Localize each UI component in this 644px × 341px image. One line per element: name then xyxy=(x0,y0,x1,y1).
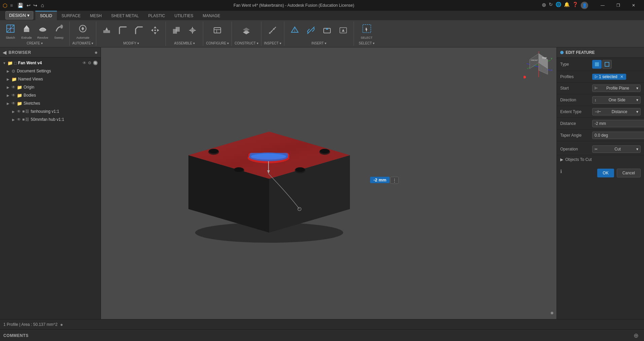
browser-item-fanhousing[interactable]: ▶ 👁 ■ ⛓ fanhousing v1:1 xyxy=(0,107,101,115)
tab-surface[interactable]: SURFACE xyxy=(57,11,85,20)
tab-manage[interactable]: MANAGE xyxy=(198,11,225,20)
browser-back-btn[interactable]: ◀ xyxy=(3,50,7,55)
user-avatar[interactable]: 👤 xyxy=(581,2,588,9)
browser-header: ◀ BROWSER ● xyxy=(0,47,101,58)
browser-item-sketches[interactable]: ▶ 👁 📁 Sketches xyxy=(0,99,101,107)
move-btn[interactable] xyxy=(147,23,163,40)
sketches-vis-icon[interactable]: 👁 xyxy=(11,101,15,106)
ef-distance-input[interactable] xyxy=(592,120,644,127)
insert-decal-btn[interactable] xyxy=(319,23,335,40)
chamfer-btn[interactable] xyxy=(131,23,147,40)
ef-operation-select[interactable]: ✂ Cut ▾ xyxy=(592,145,641,153)
ef-extent-type-select[interactable]: ⊣⊢ Distance ▾ xyxy=(592,108,641,115)
home-btn-top[interactable]: ⌂ xyxy=(39,2,46,9)
extrude-btn[interactable]: Extrude xyxy=(19,23,34,40)
ef-ok-btn[interactable]: OK xyxy=(597,169,614,177)
ef-cancel-btn[interactable]: Cancel xyxy=(617,169,641,177)
create-sketch-btn[interactable]: Sketch xyxy=(3,23,18,40)
browser-item-bodies[interactable]: ▶ 👁 📁 Bodies xyxy=(0,91,101,99)
tab-plastic[interactable]: PLASTIC xyxy=(143,11,170,20)
browser-item-50mmfan[interactable]: ▶ 👁 ■ ⛓ 50mmfan hub v1:1 xyxy=(0,115,101,124)
offset-plane-btn[interactable] xyxy=(239,23,254,40)
svg-text:FRONT: FRONT xyxy=(531,59,538,61)
browser-item-origin[interactable]: ▶ 👁 📁 Origin xyxy=(0,83,101,91)
profiles-chip-remove[interactable]: ✕ xyxy=(620,74,623,79)
root-expand-icon[interactable]: 🔘 xyxy=(93,61,98,65)
tab-sheet-metal[interactable]: SHEET METAL xyxy=(106,11,143,20)
tab-mesh[interactable]: MESH xyxy=(85,11,107,20)
doc-settings-label: Document Settings xyxy=(17,69,51,73)
comments-label: COMMENTS xyxy=(3,333,29,338)
50mmfan-vis-icon[interactable]: 👁 xyxy=(17,117,21,122)
minimize-btn[interactable]: — xyxy=(595,0,610,11)
sweep-btn[interactable]: Sweep xyxy=(51,23,67,40)
new-tab-icon[interactable]: ⊕ xyxy=(542,2,546,9)
viewcube[interactable]: TOP FRONT Z Y X xyxy=(524,50,554,80)
close-btn[interactable]: ✕ xyxy=(626,0,641,11)
help-icon[interactable]: ❓ xyxy=(572,2,578,9)
joint-btn[interactable] xyxy=(185,23,200,40)
type-btn-solid[interactable] xyxy=(592,60,602,69)
ribbon-group-configure: CONFIGURE ▾ xyxy=(203,22,232,46)
automate-btn[interactable]: Automate xyxy=(75,23,91,40)
construct-label: CONSTRUCT ▾ xyxy=(235,41,258,45)
profiles-chip: ▷ 1 selected ✕ xyxy=(592,74,626,80)
ef-objects-to-cut-header[interactable]: ▶ Objects To Cut xyxy=(557,155,644,164)
revolve-btn[interactable]: Revolve xyxy=(35,23,50,40)
root-settings-icon[interactable]: ⚙ xyxy=(88,61,92,65)
undo-btn-top[interactable]: ↩ xyxy=(25,2,32,9)
insert-label: INSERT ▾ xyxy=(311,41,326,45)
browser-collapse-btn[interactable]: ● xyxy=(95,49,98,56)
statusbar-sphere-icon: ● xyxy=(60,322,63,327)
maximize-btn[interactable]: ❐ xyxy=(610,0,626,11)
insert-mesh-btn[interactable] xyxy=(287,23,302,40)
ef-info-icon[interactable]: ℹ xyxy=(560,169,562,177)
create-sketch-label: Sketch xyxy=(6,36,15,39)
root-vis-icon[interactable]: 👁 xyxy=(82,61,86,65)
ef-taper-label: Taper Angle xyxy=(560,133,592,138)
insert-map-icon xyxy=(338,26,348,37)
browser-item-named-views[interactable]: ▶ 📁 Named Views xyxy=(0,75,101,83)
distance-options-btn[interactable]: ⋮ xyxy=(390,177,399,184)
browser-item-doc-settings[interactable]: ▶ ⚙ Document Settings xyxy=(0,67,101,75)
fillet-btn[interactable] xyxy=(115,23,131,40)
start-dropdown-arrow: ▾ xyxy=(636,86,638,91)
tab-utilities[interactable]: UTILITIES xyxy=(170,11,198,20)
viewport[interactable]: -2 mm ⋮ TOP FRONT Z Y xyxy=(101,47,557,319)
svg-point-48 xyxy=(320,149,329,154)
insert-map-btn[interactable] xyxy=(335,23,351,40)
browser-title: BROWSER xyxy=(9,50,31,55)
redo-btn-top[interactable]: ↪ xyxy=(32,2,39,9)
ribbon-group-insert: INSERT ▾ xyxy=(284,22,354,46)
tab-solid[interactable]: SOLID xyxy=(35,11,57,20)
browser-tree: ▼ 📁 □ Fan Went v4 👁 ⚙ 🔘 ▶ ⚙ Document Set… xyxy=(0,58,101,319)
insert-mesh-icon xyxy=(290,26,299,37)
ef-type-label: Type xyxy=(560,62,592,67)
menu-icon[interactable]: ≡ xyxy=(10,3,13,8)
insert-link-btn[interactable] xyxy=(303,23,319,40)
select-btn[interactable]: SELECT xyxy=(357,23,377,40)
ef-taper-input[interactable] xyxy=(592,132,644,139)
fanhousing-vis-icon[interactable]: 👁 xyxy=(17,109,21,114)
measure-btn[interactable] xyxy=(265,23,280,40)
ef-direction-select[interactable]: ↕ One Side ▾ xyxy=(592,96,641,104)
ef-start-select[interactable]: ⊢ Profile Plane ▾ xyxy=(592,84,641,92)
bodies-vis-icon[interactable]: 👁 xyxy=(11,93,15,98)
bell-icon[interactable]: 🔔 xyxy=(564,2,570,9)
refresh-icon[interactable]: ↻ xyxy=(549,2,553,9)
press-pull-btn[interactable] xyxy=(99,23,114,40)
ribbon-group-assemble: ASSEMBLE ▾ xyxy=(166,22,203,46)
save-btn-top[interactable]: 💾 xyxy=(15,2,25,9)
comments-add-btn[interactable]: ⊕ xyxy=(632,331,641,340)
ef-distance-value xyxy=(592,120,644,127)
named-views-arrow: ▶ xyxy=(7,77,11,81)
globe-icon[interactable]: 🌐 xyxy=(556,2,561,9)
modify-label: MODIFY ▾ xyxy=(123,41,139,45)
ef-profiles-label: Profiles xyxy=(560,74,592,79)
browser-root-item[interactable]: ▼ 📁 □ Fan Went v4 👁 ⚙ 🔘 xyxy=(0,59,101,67)
type-btn-surface[interactable] xyxy=(602,60,612,69)
design-dropdown[interactable]: DESIGN ▾ xyxy=(5,11,33,20)
origin-vis-icon[interactable]: 👁 xyxy=(11,85,15,90)
new-component-btn[interactable] xyxy=(169,23,184,40)
configure-btn[interactable] xyxy=(210,23,225,40)
